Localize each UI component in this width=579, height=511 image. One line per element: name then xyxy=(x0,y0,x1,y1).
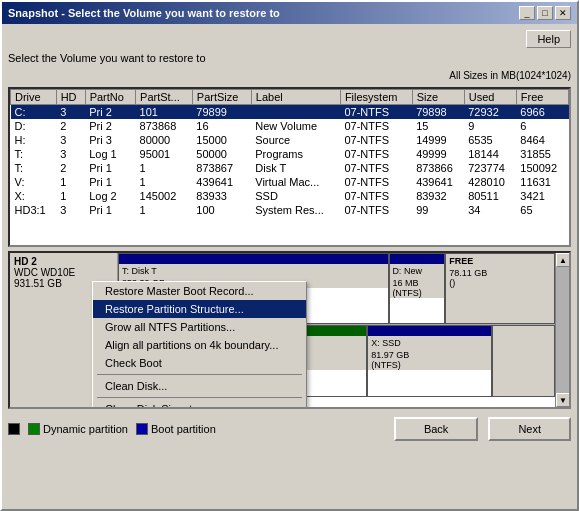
partition-x-header-bar xyxy=(368,326,491,336)
back-button[interactable]: Back xyxy=(394,417,478,441)
partition-t-label: T: Disk T xyxy=(119,264,388,278)
menu-item-align-4k[interactable]: Align all partitions on 4k boundary... xyxy=(93,336,306,354)
col-partst: PartSt... xyxy=(136,90,193,105)
partition-free: FREE 78.11 GB () xyxy=(445,253,555,324)
title-bar-buttons: _ □ ✕ xyxy=(519,6,571,20)
scroll-up-button[interactable]: ▲ xyxy=(556,253,570,267)
legend-boot-box xyxy=(136,423,148,435)
menu-item-grow-ntfs[interactable]: Grow all NTFS Partitions... xyxy=(93,318,306,336)
menu-separator-1 xyxy=(97,374,302,375)
maximize-button[interactable]: □ xyxy=(537,6,553,20)
close-button[interactable]: ✕ xyxy=(555,6,571,20)
legend-area: Dynamic partition Boot partition xyxy=(8,423,216,435)
table-row[interactable]: V:1Pri 11439641Virtual Mac...07-NTFS4396… xyxy=(11,175,569,189)
menu-separator-2 xyxy=(97,397,302,398)
table-row[interactable]: C:3Pri 21017989907-NTFS79898729326966 xyxy=(11,105,569,120)
disk-model: WDC WD10E xyxy=(14,267,113,278)
disk-hd-label: HD 2 xyxy=(14,256,113,267)
window-body: Help Select the Volume you want to resto… xyxy=(2,24,577,509)
volume-table: Drive HD PartNo PartSt... PartSize Label… xyxy=(10,89,569,217)
col-partsize: PartSize xyxy=(192,90,251,105)
volume-table-container: Drive HD PartNo PartSt... PartSize Label… xyxy=(8,87,571,247)
table-row[interactable]: H:3Pri 38000015000Source07-NTFS149996535… xyxy=(11,133,569,147)
table-row[interactable]: D:2Pri 287386816New Volume07-NTFS1596 xyxy=(11,119,569,133)
partition-x-label: X: SSD xyxy=(368,336,491,350)
legend-dynamic-label: Dynamic partition xyxy=(43,423,128,435)
partition-free-content: () xyxy=(446,278,554,288)
col-free: Free xyxy=(516,90,568,105)
col-size: Size xyxy=(412,90,464,105)
partition-x-detail: 81.97 GB xyxy=(368,350,491,360)
partition-d-label: D: New xyxy=(390,264,444,278)
legend-black-square xyxy=(8,423,20,435)
col-label: Label xyxy=(251,90,340,105)
table-header-row: Drive HD PartNo PartSt... PartSize Label… xyxy=(11,90,569,105)
partition-d-fs: (NTFS) xyxy=(390,288,444,298)
col-hd: HD xyxy=(56,90,85,105)
menu-item-restore-partition[interactable]: Restore Partition Structure... xyxy=(93,300,306,318)
table-body: C:3Pri 21017989907-NTFS79898729326966D:2… xyxy=(11,105,569,218)
context-menu: Restore Master Boot Record... Restore Pa… xyxy=(92,281,307,409)
bottom-area: Dynamic partition Boot partition Back Ne… xyxy=(8,417,571,441)
scrollbar-vertical: ▲ ▼ xyxy=(555,253,569,407)
scroll-track xyxy=(556,267,569,393)
table-row[interactable]: T:2Pri 11873867Disk T07-NTFS873866723774… xyxy=(11,161,569,175)
col-drive: Drive xyxy=(11,90,57,105)
page-subtitle: Select the Volume you want to restore to xyxy=(8,52,571,64)
action-buttons: Back Next xyxy=(394,417,571,441)
partition-d-header-bar xyxy=(390,254,444,264)
partition-x[interactable]: X: SSD 81.97 GB (NTFS) xyxy=(367,325,492,397)
legend-boot-label: Boot partition xyxy=(151,423,216,435)
help-row: Help xyxy=(8,30,571,48)
main-window: Snapshot - Select the Volume you want to… xyxy=(0,0,579,511)
partition-spacer xyxy=(492,325,555,397)
menu-item-restore-mbr[interactable]: Restore Master Boot Record... xyxy=(93,282,306,300)
size-note: All Sizes in MB(1024*1024) xyxy=(8,70,571,81)
next-button[interactable]: Next xyxy=(488,417,571,441)
partition-x-fs: (NTFS) xyxy=(368,360,491,370)
partition-d-size: 16 MB xyxy=(390,278,444,288)
table-row[interactable]: X:1Log 214500283933SSD07-NTFS83932805113… xyxy=(11,189,569,203)
table-row[interactable]: T:3Log 19500150000Programs07-NTFS4999918… xyxy=(11,147,569,161)
partition-d[interactable]: D: New 16 MB (NTFS) xyxy=(389,253,445,324)
table-row[interactable]: HD3:13Pri 11100System Res...07-NTFS99346… xyxy=(11,203,569,217)
partition-free-size: 78.11 GB xyxy=(446,268,554,278)
scroll-down-button[interactable]: ▼ xyxy=(556,393,570,407)
help-button[interactable]: Help xyxy=(526,30,571,48)
col-used: Used xyxy=(464,90,516,105)
partition-free-label: FREE xyxy=(446,254,554,268)
legend-dynamic: Dynamic partition xyxy=(28,423,128,435)
menu-item-check-boot[interactable]: Check Boot xyxy=(93,354,306,372)
minimize-button[interactable]: _ xyxy=(519,6,535,20)
col-partno: PartNo xyxy=(85,90,135,105)
window-title: Snapshot - Select the Volume you want to… xyxy=(8,7,280,19)
col-filesystem: Filesystem xyxy=(340,90,412,105)
partition-t-header-bar xyxy=(119,254,388,264)
legend-dynamic-box xyxy=(28,423,40,435)
legend-boot: Boot partition xyxy=(136,423,216,435)
menu-item-clean-sig[interactable]: Clean Disk Signature xyxy=(93,400,306,409)
menu-item-clean-disk[interactable]: Clean Disk... xyxy=(93,377,306,395)
title-bar: Snapshot - Select the Volume you want to… xyxy=(2,2,577,24)
